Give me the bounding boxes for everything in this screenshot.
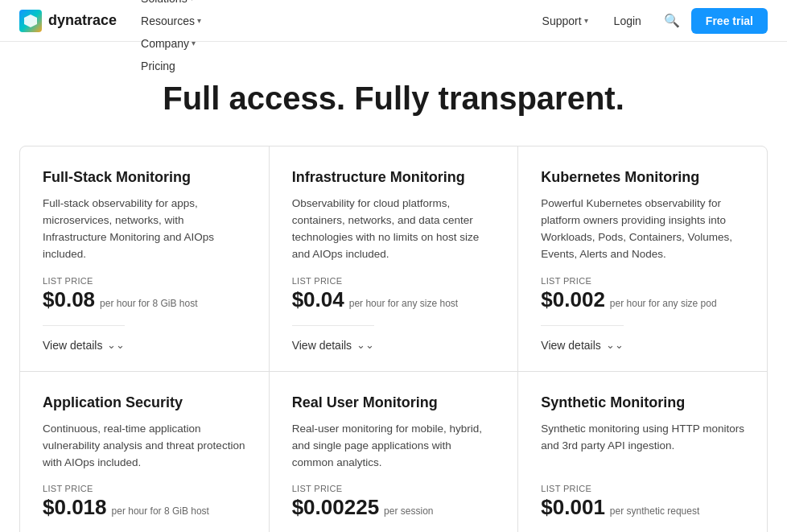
card-description: Powerful Kubernetes observability for pl…: [541, 196, 744, 263]
chevron-down-icon: ⌄⌄: [606, 339, 624, 351]
nav-right: Support ▾ Login 🔍 Free trial: [534, 8, 768, 34]
view-details-link[interactable]: View details ⌄⌄: [43, 325, 125, 352]
price-section: List price $0.002 per hour for any size …: [541, 276, 744, 312]
hero-title: Full access. Fully transparent.: [19, 80, 768, 117]
free-trial-button[interactable]: Free trial: [691, 8, 768, 34]
card-title: Kubernetes Monitoring: [541, 169, 744, 186]
chevron-down-icon: ▾: [190, 0, 194, 2]
price-section: List price $0.001 per synthetic request: [541, 484, 744, 520]
nav-support[interactable]: Support ▾: [534, 10, 596, 32]
card-title: Application Security: [43, 394, 246, 411]
logo-icon: [19, 10, 42, 32]
card-title: Full-Stack Monitoring: [43, 169, 246, 186]
price-value: $0.04: [292, 287, 344, 312]
price-row: $0.00225 per session: [292, 495, 496, 520]
price-unit: per hour for any size pod: [610, 298, 717, 309]
price-section: List price $0.04 per hour for any size h…: [292, 276, 496, 312]
list-price-label: List price: [541, 484, 744, 493]
list-price-label: List price: [292, 276, 496, 286]
card-description: Observability for cloud platforms, conta…: [292, 196, 496, 263]
price-unit: per hour for any size host: [349, 298, 458, 309]
list-price-label: List price: [541, 276, 744, 286]
chevron-down-icon: ⌄⌄: [356, 339, 374, 351]
pricing-card: Infrastructure Monitoring Observability …: [270, 146, 518, 371]
navigation: dynatrace Platform▾Solutions▾Resources▾C…: [0, 0, 787, 42]
chevron-down-icon: ▾: [192, 39, 196, 47]
view-details-label: View details: [292, 339, 352, 352]
chevron-down-icon: ⌄⌄: [107, 339, 125, 351]
card-description: Continuous, real-time application vulner…: [43, 421, 246, 472]
nav-item-solutions[interactable]: Solutions▾: [133, 0, 209, 10]
chevron-down-icon: ▾: [584, 16, 588, 25]
logo-link[interactable]: dynatrace: [19, 10, 117, 32]
view-details-link[interactable]: View details ⌄⌄: [541, 325, 623, 352]
view-details-label: View details: [43, 339, 102, 352]
card-title: Real User Monitoring: [292, 394, 496, 411]
list-price-label: List price: [292, 484, 496, 493]
price-unit: per session: [384, 505, 433, 517]
price-row: $0.001 per synthetic request: [541, 495, 744, 520]
svg-marker-0: [24, 14, 37, 27]
search-icon[interactable]: 🔍: [659, 8, 685, 33]
card-title: Infrastructure Monitoring: [292, 169, 496, 186]
price-value: $0.00225: [292, 495, 379, 520]
login-button[interactable]: Login: [603, 10, 653, 32]
list-price-label: List price: [43, 276, 246, 286]
pricing-card: Full-Stack Monitoring Full-stack observa…: [20, 146, 269, 371]
nav-item-pricing[interactable]: Pricing: [133, 55, 209, 77]
logo-text: dynatrace: [48, 12, 117, 29]
pricing-card: Real User Monitoring Real-user monitorin…: [270, 372, 518, 532]
nav-items: Platform▾Solutions▾Resources▾Company▾Pri…: [133, 0, 209, 77]
price-section: List price $0.08 per hour for 8 GiB host: [43, 276, 246, 312]
card-description: Full-stack observability for apps, micro…: [43, 196, 246, 263]
view-details-link[interactable]: View details ⌄⌄: [292, 325, 374, 352]
price-row: $0.04 per hour for any size host: [292, 287, 496, 312]
price-unit: per hour for 8 GiB host: [112, 505, 209, 517]
view-details-label: View details: [541, 339, 600, 352]
price-section: List price $0.00225 per session: [292, 484, 496, 520]
card-description: Synthetic monitoring using HTTP monitors…: [541, 421, 744, 472]
pricing-cards-grid: Full-Stack Monitoring Full-stack observa…: [19, 146, 768, 532]
card-description: Real-user monitoring for mobile, hybrid,…: [292, 421, 496, 472]
price-value: $0.001: [541, 495, 605, 520]
price-unit: per synthetic request: [610, 505, 699, 517]
price-unit: per hour for 8 GiB host: [100, 298, 197, 309]
price-value: $0.002: [541, 287, 605, 312]
price-row: $0.018 per hour for 8 GiB host: [43, 495, 246, 520]
price-row: $0.08 per hour for 8 GiB host: [43, 287, 246, 312]
pricing-card: Synthetic Monitoring Synthetic monitorin…: [518, 372, 767, 532]
list-price-label: List price: [43, 484, 246, 493]
pricing-card: Application Security Continuous, real-ti…: [20, 372, 269, 532]
nav-item-resources[interactable]: Resources▾: [133, 10, 209, 32]
price-value: $0.08: [43, 287, 95, 312]
chevron-down-icon: ▾: [197, 16, 201, 25]
pricing-card: Kubernetes Monitoring Powerful Kubernete…: [518, 146, 767, 371]
price-section: List price $0.018 per hour for 8 GiB hos…: [43, 484, 246, 520]
price-row: $0.002 per hour for any size pod: [541, 287, 744, 312]
card-title: Synthetic Monitoring: [541, 394, 744, 411]
nav-item-company[interactable]: Company▾: [133, 32, 209, 55]
nav-left: dynatrace Platform▾Solutions▾Resources▾C…: [19, 0, 209, 77]
price-value: $0.018: [43, 495, 107, 520]
